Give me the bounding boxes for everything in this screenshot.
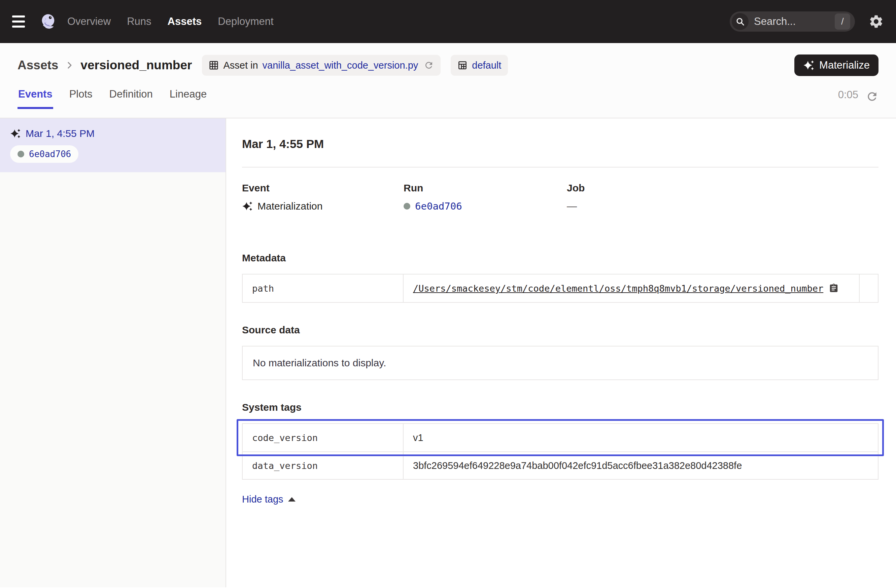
reload-location-icon[interactable] bbox=[424, 60, 434, 70]
system-tags-heading: System tags bbox=[242, 402, 879, 413]
refresh-countdown: 0:05 bbox=[838, 89, 858, 108]
search-box[interactable]: / bbox=[730, 11, 855, 32]
tag-key: code_version bbox=[243, 424, 404, 451]
nav-item-assets[interactable]: Assets bbox=[168, 15, 202, 27]
asset-definition-badge: Asset in vanilla_asset_with_code_version… bbox=[202, 55, 440, 76]
materialization-sparkle-icon bbox=[10, 128, 21, 139]
metadata-action-cell bbox=[859, 275, 878, 302]
event-column-label: Event bbox=[242, 182, 404, 194]
tab-events[interactable]: Events bbox=[17, 88, 53, 108]
job-empty-value: — bbox=[567, 201, 577, 212]
settings-gear-icon[interactable] bbox=[869, 14, 884, 29]
hide-tags-link[interactable]: Hide tags bbox=[242, 494, 296, 505]
asset-group-badge: default bbox=[451, 55, 508, 76]
divider bbox=[242, 167, 879, 167]
materialize-button[interactable]: Materialize bbox=[794, 55, 879, 76]
table-row: path /Users/smackesey/stm/code/elementl/… bbox=[243, 275, 878, 302]
chevron-right-icon bbox=[64, 60, 75, 70]
page-header: Assets versioned_number Asset in vanilla… bbox=[0, 43, 896, 119]
metadata-table: path /Users/smackesey/stm/code/elementl/… bbox=[242, 274, 879, 303]
tag-value: 3bfc269594ef649228e9a74bab00f042efc91d5a… bbox=[404, 452, 878, 479]
table-row-code-version: code_version v1 bbox=[243, 424, 878, 451]
code-location-link[interactable]: vanilla_asset_with_code_version.py bbox=[262, 60, 418, 71]
search-shortcut-key: / bbox=[835, 14, 850, 30]
materialization-sparkle-icon bbox=[242, 201, 253, 211]
run-status-dot bbox=[17, 151, 24, 157]
source-data-heading: Source data bbox=[242, 324, 879, 336]
event-list-sidebar: Mar 1, 4:55 PM 6e0ad706 bbox=[0, 119, 226, 587]
event-detail-title: Mar 1, 4:55 PM bbox=[242, 137, 879, 151]
metadata-key: path bbox=[243, 275, 404, 302]
tab-plots[interactable]: Plots bbox=[69, 88, 93, 108]
tab-lineage[interactable]: Lineage bbox=[169, 88, 207, 108]
breadcrumb-assets-link[interactable]: Assets bbox=[17, 58, 58, 72]
source-data-empty-message: No materializations to display. bbox=[242, 346, 879, 380]
asset-tabs: Events Plots Definition Lineage bbox=[17, 88, 207, 108]
primary-nav: Overview Runs Assets Deployment bbox=[67, 15, 274, 27]
run-column-label: Run bbox=[404, 182, 567, 194]
search-icon bbox=[732, 13, 748, 30]
tag-key: data_version bbox=[243, 452, 404, 479]
caret-up-icon bbox=[288, 497, 296, 501]
run-id-label: 6e0ad706 bbox=[29, 149, 71, 159]
run-id-link[interactable]: 6e0ad706 bbox=[415, 201, 462, 212]
dagster-logo-icon[interactable] bbox=[40, 13, 57, 30]
system-tags-table: code_version v1 data_version 3bfc269594e… bbox=[242, 423, 879, 480]
job-column-label: Job bbox=[567, 182, 879, 194]
refresh-icon[interactable] bbox=[866, 90, 879, 108]
hide-tags-label: Hide tags bbox=[242, 494, 283, 505]
metadata-heading: Metadata bbox=[242, 252, 879, 264]
materialize-button-label: Materialize bbox=[819, 59, 870, 71]
asset-group-icon bbox=[457, 60, 468, 70]
asset-table-icon bbox=[209, 60, 219, 70]
nav-item-runs[interactable]: Runs bbox=[127, 15, 151, 27]
tag-value: v1 bbox=[404, 424, 878, 451]
search-input[interactable] bbox=[754, 15, 835, 27]
event-list-item[interactable]: Mar 1, 4:55 PM 6e0ad706 bbox=[0, 119, 226, 172]
event-timestamp-link[interactable]: Mar 1, 4:55 PM bbox=[26, 128, 94, 139]
event-detail-panel: Mar 1, 4:55 PM Event Materialization Run… bbox=[226, 119, 896, 587]
sparkle-icon bbox=[803, 59, 815, 71]
metadata-path-link[interactable]: /Users/smackesey/stm/code/elementl/oss/t… bbox=[413, 283, 823, 294]
hamburger-menu-icon[interactable] bbox=[12, 11, 34, 32]
event-type-value: Materialization bbox=[258, 201, 323, 212]
table-row-data-version: data_version 3bfc269594ef649228e9a74bab0… bbox=[243, 451, 878, 479]
run-id-pill[interactable]: 6e0ad706 bbox=[10, 145, 78, 163]
group-default-link[interactable]: default bbox=[472, 60, 501, 71]
nav-item-deployment[interactable]: Deployment bbox=[218, 15, 273, 27]
tab-definition[interactable]: Definition bbox=[109, 88, 154, 108]
top-nav: Overview Runs Assets Deployment / bbox=[0, 0, 896, 43]
nav-item-overview[interactable]: Overview bbox=[67, 15, 111, 27]
asset-badge-prefix: Asset in bbox=[223, 60, 258, 71]
copy-icon[interactable] bbox=[829, 283, 839, 293]
run-status-dot bbox=[404, 203, 410, 210]
page-title: versioned_number bbox=[81, 58, 192, 72]
